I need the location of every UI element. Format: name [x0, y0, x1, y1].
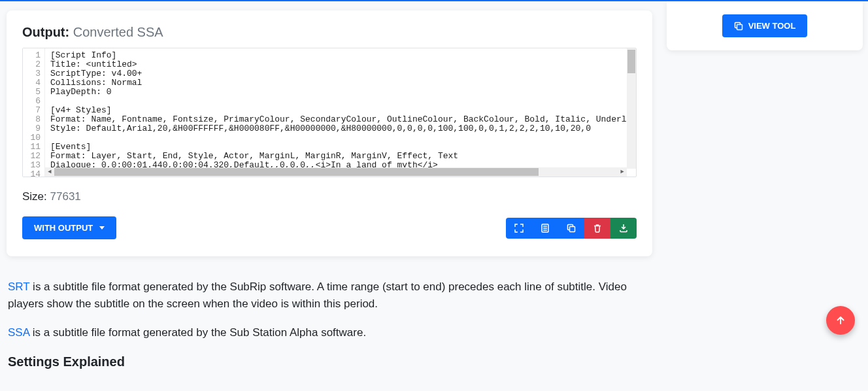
- ssa-paragraph: SSA is a subtitle file format generated …: [8, 324, 651, 341]
- line-number: 10: [27, 133, 41, 143]
- code-line: Title: <untitled>: [50, 60, 632, 69]
- output-title: Converted SSA: [73, 25, 163, 39]
- srt-paragraph: SRT is a subtitle file format generated …: [8, 279, 651, 313]
- svg-rect-1: [570, 226, 575, 231]
- view-tool-label: VIEW TOOL: [748, 21, 796, 31]
- horizontal-scroll-thumb[interactable]: [54, 168, 539, 176]
- copy-button[interactable]: [558, 218, 584, 239]
- code-line: PlayDepth: 0: [50, 88, 632, 97]
- vertical-scroll-thumb[interactable]: [627, 50, 635, 73]
- size-row: Size: 77631: [22, 190, 637, 203]
- download-button[interactable]: [610, 218, 637, 239]
- fullscreen-button[interactable]: [506, 218, 532, 239]
- line-number: 4: [27, 78, 41, 88]
- scroll-left-arrow[interactable]: ◄: [45, 167, 54, 177]
- code-line: [50, 97, 632, 106]
- delete-button[interactable]: [584, 218, 610, 239]
- code-area[interactable]: [Script Info]Title: <untitled>ScriptType…: [45, 48, 636, 177]
- notes-icon: [541, 224, 550, 233]
- code-line: [v4+ Styles]: [50, 106, 632, 115]
- size-label: Size:: [22, 190, 47, 203]
- line-number: 5: [27, 88, 41, 97]
- line-number: 8: [27, 115, 41, 124]
- ssa-text: is a subtitle file format generated by t…: [29, 326, 366, 339]
- copy-icon: [567, 224, 576, 233]
- output-label: Output:: [22, 25, 69, 39]
- ssa-link[interactable]: SSA: [8, 326, 29, 339]
- output-heading: Output: Converted SSA: [22, 25, 637, 40]
- with-output-dropdown[interactable]: WITH OUTPUT: [22, 216, 116, 239]
- output-card: Output: Converted SSA 123456789101112131…: [7, 10, 652, 256]
- line-gutter: 1234567891011121314: [23, 48, 45, 177]
- line-number: 2: [27, 60, 41, 69]
- line-number: 12: [27, 152, 41, 161]
- svg-rect-2: [737, 24, 742, 29]
- vertical-scrollbar[interactable]: [627, 48, 636, 169]
- code-line: Style: Default,Arial,20,&H00FFFFFF,&H000…: [50, 124, 632, 133]
- output-toolbar: [506, 218, 637, 239]
- code-line: Format: Layer, Start, End, Style, Actor,…: [50, 152, 632, 161]
- description-block: SRT is a subtitle file format generated …: [7, 279, 652, 370]
- line-number: 3: [27, 69, 41, 78]
- arrow-up-icon: [835, 315, 846, 326]
- code-line: ScriptType: v4.00+: [50, 69, 632, 78]
- line-number: 13: [27, 161, 41, 170]
- code-line: Format: Name, Fontname, Fontsize, Primar…: [50, 115, 632, 124]
- line-number: 11: [27, 143, 41, 152]
- chevron-down-icon: [99, 226, 105, 230]
- srt-link[interactable]: SRT: [8, 280, 29, 293]
- line-number: 6: [27, 97, 41, 106]
- code-editor[interactable]: 1234567891011121314 [Script Info]Title: …: [22, 48, 637, 177]
- line-number: 14: [27, 170, 41, 177]
- fullscreen-icon: [514, 224, 524, 233]
- srt-text: is a subtitle file format generated by t…: [8, 280, 627, 310]
- trash-icon: [593, 224, 602, 233]
- notes-button[interactable]: [532, 218, 558, 239]
- download-icon: [619, 224, 628, 233]
- code-line: [Script Info]: [50, 51, 632, 60]
- line-number: 1: [27, 51, 41, 60]
- line-number: 7: [27, 106, 41, 115]
- settings-heading: Settings Explained: [8, 353, 651, 370]
- code-line: [Events]: [50, 143, 632, 152]
- view-tool-button[interactable]: VIEW TOOL: [722, 14, 808, 37]
- action-row: WITH OUTPUT: [22, 216, 637, 239]
- copy-icon: [734, 22, 743, 31]
- scroll-to-top-button[interactable]: [826, 306, 855, 335]
- line-number: 9: [27, 124, 41, 133]
- scroll-right-arrow[interactable]: ►: [618, 167, 627, 177]
- with-output-label: WITH OUTPUT: [34, 223, 93, 233]
- code-line: [50, 133, 632, 143]
- code-lines: [Script Info]Title: <untitled>ScriptType…: [45, 48, 636, 177]
- code-line: Collisions: Normal: [50, 78, 632, 88]
- size-value: 77631: [50, 190, 81, 203]
- horizontal-scrollbar[interactable]: ◄ ►: [45, 167, 627, 177]
- side-card: VIEW TOOL: [667, 1, 863, 50]
- horizontal-scroll-track[interactable]: [54, 167, 618, 177]
